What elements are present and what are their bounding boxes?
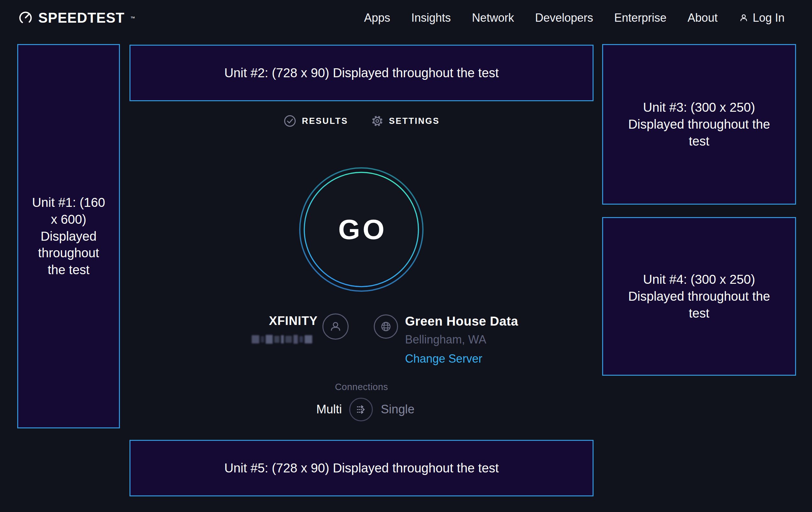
nav-developers[interactable]: Developers — [535, 11, 593, 25]
go-label: GO — [297, 166, 425, 293]
ad-unit-4[interactable]: Unit #4: (300 x 250) Displayed throughou… — [602, 217, 796, 376]
tab-settings-label: SETTINGS — [389, 116, 440, 126]
user-icon — [738, 13, 749, 23]
ad-unit-4-label: Unit #4: (300 x 250) Displayed throughou… — [622, 271, 776, 321]
login-button[interactable]: Log In — [738, 11, 785, 25]
ad-unit-3[interactable]: Unit #3: (300 x 250) Displayed throughou… — [602, 44, 796, 205]
server-location: Bellingham, WA — [405, 333, 518, 346]
server-name: Green House Data — [405, 314, 518, 328]
ad-unit-3-label: Unit #3: (300 x 250) Displayed throughou… — [622, 99, 776, 150]
login-label: Log In — [753, 11, 785, 25]
nav-enterprise[interactable]: Enterprise — [614, 11, 667, 25]
logo-wordmark: SPEEDTEST — [38, 10, 125, 26]
speedtest-logo[interactable]: SPEEDTEST™ — [18, 10, 135, 26]
gear-icon — [371, 114, 384, 128]
speedtest-page: SPEEDTEST™ Apps Insights Network Develop… — [0, 0, 812, 512]
go-button[interactable]: GO — [297, 166, 425, 293]
connections-multi-option[interactable]: Multi — [271, 403, 342, 416]
top-nav-bar: SPEEDTEST™ Apps Insights Network Develop… — [0, 0, 812, 36]
isp-avatar-ring — [322, 314, 349, 340]
connections-label: Connections — [129, 382, 593, 392]
isp-ip-redacted — [252, 334, 318, 344]
tab-results-label: RESULTS — [302, 116, 348, 126]
server-globe-ring — [374, 315, 398, 339]
server-info: Green House Data Bellingham, WA Change S… — [405, 314, 518, 366]
tab-settings[interactable]: SETTINGS — [371, 114, 440, 128]
nav-about[interactable]: About — [688, 11, 718, 25]
person-icon — [328, 319, 343, 334]
ad-unit-2[interactable]: Unit #2: (728 x 90) Displayed throughout… — [129, 45, 593, 101]
multi-connection-arrows-icon — [354, 402, 368, 417]
nav-network[interactable]: Network — [472, 11, 514, 25]
check-circle-icon — [283, 114, 297, 128]
ad-unit-5-label: Unit #5: (728 x 90) Displayed throughout… — [224, 460, 499, 477]
globe-icon — [379, 320, 393, 333]
ad-unit-1-label: Unit #1: (160 x 600) Displayed throughou… — [29, 194, 109, 278]
connections-single-option[interactable]: Single — [381, 403, 415, 416]
tab-results[interactable]: RESULTS — [283, 114, 348, 128]
gauge-icon — [18, 10, 33, 26]
trademark-symbol: ™ — [130, 15, 135, 21]
change-server-link[interactable]: Change Server — [405, 352, 518, 366]
isp-name: XFINITY — [204, 314, 318, 328]
nav-apps[interactable]: Apps — [364, 11, 390, 25]
results-settings-tabs: RESULTS SETTINGS — [129, 114, 593, 128]
connections-toggle[interactable] — [349, 398, 373, 421]
ad-unit-5[interactable]: Unit #5: (728 x 90) Displayed throughout… — [129, 440, 593, 496]
nav-insights[interactable]: Insights — [411, 11, 451, 25]
ad-unit-2-label: Unit #2: (728 x 90) Displayed throughout… — [224, 64, 499, 81]
main-nav: Apps Insights Network Developers Enterpr… — [364, 11, 785, 25]
ad-unit-1[interactable]: Unit #1: (160 x 600) Displayed throughou… — [17, 44, 120, 428]
